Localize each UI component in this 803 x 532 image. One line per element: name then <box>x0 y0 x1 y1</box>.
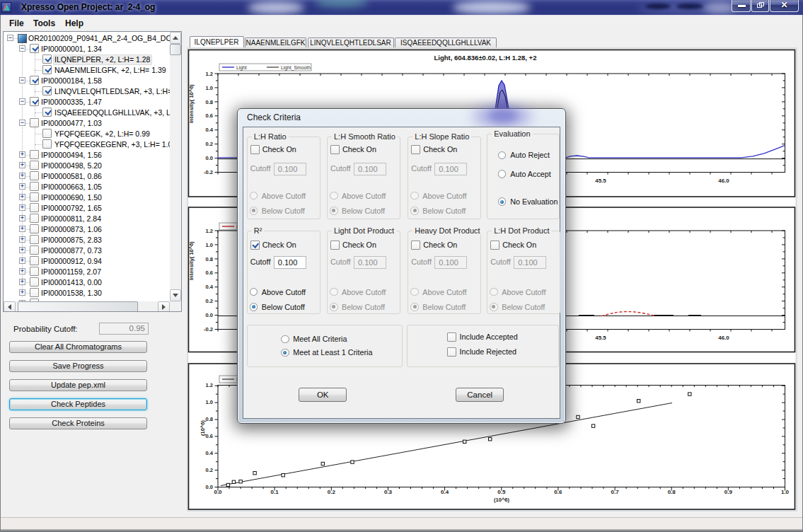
svg-text:0.8: 0.8 <box>205 416 213 422</box>
svg-text:0.6: 0.6 <box>205 433 213 439</box>
svg-text:1.0: 1.0 <box>205 399 213 405</box>
svg-text:0.2: 0.2 <box>205 141 213 147</box>
svg-text:1.2: 1.2 <box>205 71 213 77</box>
svg-text:0.3: 0.3 <box>384 489 393 495</box>
svg-text:1.0: 1.0 <box>781 489 790 495</box>
svg-text:0.9: 0.9 <box>724 489 733 495</box>
svg-text:(10^6): (10^6) <box>200 420 206 436</box>
svg-text:Intensity( 10^6): Intensity( 10^6) <box>188 84 195 123</box>
svg-text:0.7: 0.7 <box>611 489 620 495</box>
svg-text:0.2: 0.2 <box>205 467 213 473</box>
svg-text:0.0: 0.0 <box>205 484 213 490</box>
svg-text:46.0: 46.0 <box>718 335 729 341</box>
svg-text:0.5: 0.5 <box>497 489 506 495</box>
svg-text:46.0: 46.0 <box>718 178 729 184</box>
svg-text:1.0: 1.0 <box>205 85 213 91</box>
svg-text:0.8: 0.8 <box>668 489 676 495</box>
svg-text:1.2: 1.2 <box>205 228 213 234</box>
svg-text:0.0: 0.0 <box>214 489 222 495</box>
svg-text:0.2: 0.2 <box>328 489 336 495</box>
svg-text:Intensity( 10^6): Intensity( 10^6) <box>188 241 195 280</box>
svg-text:Light_Smooth: Light_Smooth <box>281 65 311 71</box>
svg-text:-0.2: -0.2 <box>204 326 213 332</box>
svg-text:0.1: 0.1 <box>271 489 279 495</box>
svg-text:45.5: 45.5 <box>595 335 606 341</box>
svg-text:45.5: 45.5 <box>595 178 606 184</box>
svg-text:0.8: 0.8 <box>205 99 213 105</box>
svg-text:1.2: 1.2 <box>205 382 213 388</box>
svg-text:0.6: 0.6 <box>205 112 213 119</box>
svg-text:0.4: 0.4 <box>205 127 213 133</box>
svg-text:0.2: 0.2 <box>205 298 213 304</box>
svg-text:0.0: 0.0 <box>205 155 213 161</box>
svg-text:0.4: 0.4 <box>441 489 449 495</box>
svg-text:Light: Light <box>236 65 247 71</box>
svg-text:-0.2: -0.2 <box>204 169 213 175</box>
svg-text:0.0: 0.0 <box>205 312 213 318</box>
svg-text:1.0: 1.0 <box>205 242 213 248</box>
svg-text:0.6: 0.6 <box>554 489 562 495</box>
svg-text:(10^6): (10^6) <box>494 497 509 503</box>
svg-text:0.4: 0.4 <box>205 284 213 290</box>
svg-text:0.4: 0.4 <box>205 450 213 456</box>
svg-text:0.6: 0.6 <box>205 270 213 276</box>
svg-text:0.8: 0.8 <box>205 256 213 262</box>
svg-text:Light, 604.836±0.02, L:H 1.28,: Light, 604.836±0.02, L:H 1.28, +2 <box>434 54 537 62</box>
